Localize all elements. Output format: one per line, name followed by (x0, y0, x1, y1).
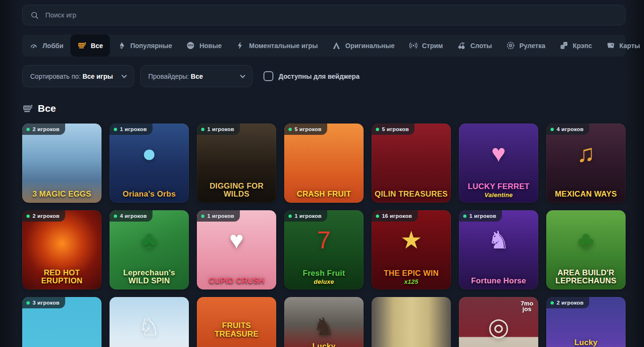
game-title: Oriana's Orbs (112, 190, 186, 198)
sort-select-text: Сортировать по: Все игры (30, 73, 113, 80)
players-badge: 1 игроков (110, 124, 153, 135)
online-dot (551, 128, 554, 131)
game-title: Lucky (287, 342, 361, 347)
game-area-buildr-leprechauns[interactable]: ♣ AREA BUILD'R LEPRECHAUNS (546, 210, 626, 289)
wager-label: Доступны для вейджера (279, 73, 359, 80)
game-lucky-horse[interactable]: ♞ Lucky (284, 297, 364, 347)
tab-instant-games[interactable]: Моментальные игры (229, 34, 325, 57)
game-title: Fresh Fruitdeluxe (287, 269, 361, 285)
chevron-down-icon (240, 73, 245, 78)
filters-bar: Сортировать по: Все игры Провайдеры: Все… (22, 65, 626, 87)
game-art: 7 (284, 228, 364, 252)
game-title: Leprechaun's WILD SPIN (112, 269, 186, 285)
game-the-epic-win[interactable]: 16 игроков ★ THE EPIC WINx125 (372, 210, 451, 289)
players-badge: 16 игроков (372, 210, 418, 222)
game-fortune-horse[interactable]: 1 игроков ♞ Fortune Horse (459, 210, 538, 289)
tab-label: Лобби (42, 42, 63, 50)
sort-label: Сортировать по: (30, 73, 81, 80)
game-title: Fortune Horse (461, 277, 536, 285)
game-tile[interactable]: 3 игроков (22, 297, 102, 347)
game-art: ♣ (546, 228, 626, 252)
tab-lobby[interactable]: Лобби (22, 34, 70, 57)
sort-value: Все игры (83, 73, 113, 80)
online-dot (288, 215, 292, 218)
players-count: 4 игроков (557, 126, 584, 132)
game-cupid-crush[interactable]: 1 игроков ♥ CUPID CRUSH (197, 210, 276, 289)
search-bar[interactable] (22, 5, 626, 25)
online-dot (114, 128, 117, 131)
tab-craps[interactable]: Крэпс (552, 34, 599, 57)
section-header: Все (22, 103, 626, 114)
game-art: ♫ (546, 141, 626, 165)
tab-label: Крэпс (573, 42, 592, 50)
players-badge: 2 игроков (22, 124, 65, 135)
game-leprechauns-wild-spin[interactable]: 4 игроков ♣ Leprechaun's WILD SPIN (110, 210, 189, 289)
players-badge: 1 игроков (284, 210, 327, 222)
game-title: MEXICAN WAYS (549, 190, 623, 198)
online-dot (26, 301, 30, 305)
search-input[interactable] (44, 11, 618, 19)
game-orianas-orbs[interactable]: 1 игроков ● Oriana's Orbs (110, 124, 189, 203)
game-lucky-pigs[interactable]: 2 игроков Lucky (546, 297, 626, 347)
game-title: CUPID CRUSH (199, 277, 274, 285)
game-art: ♞ (284, 314, 364, 339)
slot-machine-icon (77, 41, 86, 50)
wager-filter[interactable]: Доступны для вейджера (263, 71, 359, 81)
tab-cards[interactable]: Карты (599, 34, 644, 57)
players-badge: 4 игроков (546, 124, 589, 135)
roulette-icon (506, 41, 515, 50)
tab-stream[interactable]: Стрим (402, 34, 450, 57)
game-roulette-table[interactable]: ◎ 7mojos (459, 297, 538, 347)
section-title: Все (38, 103, 56, 114)
game-digging-for-wilds[interactable]: 1 игроков DIGGING FOR WILDS (197, 124, 276, 203)
players-badge: 3 игроков (22, 297, 65, 308)
tab-slots[interactable]: Слоты (450, 34, 499, 57)
game-lobby-page: ЛоббиВсеПопулярныеNEWНовыеМоментальные и… (22, 5, 626, 347)
tab-all[interactable]: Все (70, 34, 110, 57)
game-qilin-treasures[interactable]: 5 игроков QILIN TREASURES (372, 124, 451, 203)
chevron-down-icon (121, 73, 127, 78)
game-tile[interactable]: ♘ (110, 297, 189, 347)
game-art: ♘ (110, 314, 189, 339)
provider-value: Все (191, 73, 203, 80)
stream-icon (409, 41, 418, 50)
game-crash-fruit[interactable]: 5 игроков CRASH FRUIT (284, 124, 364, 203)
tab-originals[interactable]: Оригинальные (325, 34, 401, 57)
game-golden-studio[interactable] (372, 297, 451, 347)
sort-select[interactable]: Сортировать по: Все игры (22, 65, 134, 87)
players-count: 1 игроков (207, 213, 234, 219)
online-dot (551, 301, 554, 305)
game-subtitle: x125 (374, 279, 449, 285)
game-fruits-treasure[interactable]: FRUITS TREASURE (197, 297, 276, 347)
players-count: 1 игроков (295, 213, 322, 219)
game-3-magic-eggs[interactable]: 2 игроков 3 MAGIC EGGS (22, 124, 102, 203)
players-badge: 1 игроков (197, 124, 240, 135)
tab-label: Рулетка (519, 42, 545, 50)
svg-text:NEW: NEW (188, 44, 194, 47)
game-mexican-ways[interactable]: 4 игроков ♫ MEXICAN WAYS (546, 124, 626, 203)
games-grid: 2 игроков 3 MAGIC EGGS 1 игроков ● Orian… (22, 124, 626, 347)
online-dot (26, 215, 30, 218)
online-dot (201, 128, 204, 131)
players-badge: 5 игроков (284, 124, 327, 135)
slot-machine-icon (22, 103, 33, 114)
players-count: 5 игроков (295, 126, 322, 132)
game-lucky-ferret[interactable]: ♥ LUCKY FERRETValentine (459, 124, 538, 203)
cherries-icon (457, 41, 466, 50)
game-red-hot-eruption[interactable]: 2 игроков RED HOT ERUPTION (22, 210, 102, 289)
provider-label: Провайдеры: (148, 73, 189, 80)
online-dot (376, 128, 379, 131)
tab-popular[interactable]: Популярные (110, 34, 179, 57)
tab-new[interactable]: NEWНовые (179, 34, 229, 57)
game-title: QILIN TREASURES (374, 190, 449, 198)
players-count: 1 игроков (207, 126, 234, 132)
tab-label: Новые (199, 42, 221, 50)
players-badge: 4 игроков (110, 210, 153, 222)
provider-select[interactable]: Провайдеры: Все (140, 65, 253, 87)
players-count: 2 игроков (557, 300, 584, 306)
tab-roulette[interactable]: Рулетка (499, 34, 552, 57)
wager-checkbox[interactable] (263, 71, 273, 81)
tab-label: Оригинальные (345, 42, 394, 50)
tab-label: Популярные (130, 42, 172, 50)
game-fresh-fruit-deluxe[interactable]: 1 игроков 7 Fresh Fruitdeluxe (284, 210, 364, 289)
